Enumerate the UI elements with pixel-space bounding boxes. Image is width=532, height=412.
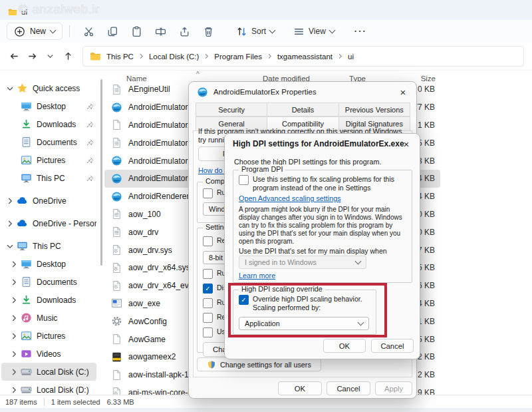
textdoc-icon [111, 84, 122, 95]
high-dpi-override-group-label: High DPI scaling override [239, 285, 325, 293]
sidebar-item-this-pc[interactable]: This PC [1, 169, 96, 187]
delete-button[interactable] [196, 23, 220, 40]
override-checkbox-row[interactable]: ✓ Override high DPI scaling behavior. Sc… [239, 295, 373, 312]
chevron-down-icon[interactable] [5, 84, 15, 93]
sidebar-item-documents[interactable]: Documents [1, 273, 96, 291]
sidebar-item-onedrive[interactable]: OneDrive [1, 192, 96, 210]
app-icon [111, 102, 122, 113]
sidebar-item-downloads[interactable]: Downloads [1, 291, 96, 309]
cloud-icon [17, 218, 28, 229]
apply-button[interactable]: Apply [375, 381, 412, 395]
sidebar-item-pictures[interactable]: Pictures [1, 151, 96, 169]
tab-security[interactable]: Security [196, 103, 267, 116]
sidebar-item-label: OneDrive [33, 196, 96, 206]
sidebar-item-music[interactable]: Music [1, 309, 96, 327]
chevron-down-icon[interactable] [5, 242, 15, 251]
chevron-right-icon[interactable] [9, 367, 19, 377]
back-button[interactable] [5, 48, 23, 65]
chevron-right-icon[interactable] [5, 196, 15, 206]
chevron-right-icon[interactable] [9, 278, 19, 287]
sidebar-item-label: Pictures [37, 331, 96, 341]
checkbox[interactable] [203, 236, 213, 246]
breadcrumb-item-ui[interactable]: ui [345, 51, 356, 62]
up-icon [63, 51, 73, 61]
dpi-when-dropdown[interactable]: I signed in to Windows [239, 256, 366, 269]
ok-button[interactable]: OK [278, 381, 322, 395]
view-button-label: View [309, 27, 326, 36]
sort-button[interactable]: Sort [229, 23, 281, 40]
checkbox[interactable] [203, 313, 213, 323]
sidebar-item-label: Desktop [37, 260, 96, 269]
scaling-performed-by-dropdown[interactable]: Application [239, 317, 369, 330]
up-button[interactable] [59, 48, 77, 65]
disk-icon [21, 366, 32, 377]
monitor-icon [17, 240, 28, 252]
desktop-icon [21, 258, 32, 270]
program-dpi-checkbox-row[interactable]: Use this setting to fix scaling problems… [239, 175, 408, 192]
checkbox[interactable] [203, 269, 213, 279]
close-icon[interactable]: × [395, 85, 411, 99]
copy-button[interactable] [100, 23, 124, 40]
sidebar-item-desktop[interactable]: Desktop [1, 97, 96, 115]
sidebar-item-onedrive-personal[interactable]: OneDrive - Personal [1, 214, 96, 232]
forward-button[interactable] [23, 48, 41, 65]
cancel-button[interactable]: Cancel [327, 381, 370, 395]
share-icon [179, 26, 190, 37]
breadcrumb-item-local-disk-c[interactable]: Local Disk (C:) [146, 51, 201, 62]
compat-mode-checkbox[interactable] [203, 188, 213, 198]
download-icon [21, 118, 32, 130]
sidebar-item-label: Documents [37, 138, 84, 147]
chevron-right-icon[interactable] [9, 260, 19, 269]
sidebar-item-videos[interactable]: Videos [1, 345, 96, 363]
change-settings-all-users-button[interactable]: Change settings for all users [197, 357, 321, 371]
breadcrumb-item-this-pc[interactable]: This PC [104, 51, 136, 62]
history-button[interactable] [41, 48, 59, 65]
cancel-button[interactable]: Cancel [371, 339, 414, 353]
sidebar-item-local-disk-c[interactable]: Local Disk (C:) [1, 363, 96, 381]
chevron-right-icon[interactable] [9, 313, 19, 323]
breadcrumb-item-program-files[interactable]: Program Files [211, 51, 265, 62]
override-dpi-checkbox[interactable]: ✓ [239, 295, 249, 305]
tab-previous-versions[interactable]: Previous Versions [338, 103, 410, 116]
sidebar-item-desktop[interactable]: Desktop [1, 255, 96, 273]
sidebar-item-documents[interactable]: Documents [1, 133, 96, 151]
learn-more-link[interactable]: Learn more [239, 272, 275, 280]
address-bar[interactable]: This PCLocal Disk (C:)Program Filestxgam… [82, 46, 524, 67]
ok-button[interactable]: OK [323, 339, 366, 353]
open-advanced-scaling-link[interactable]: Open Advanced scaling settings [239, 194, 341, 202]
view-button[interactable]: View [287, 23, 341, 40]
tab-details[interactable]: Details [267, 103, 338, 116]
explorer-tab[interactable]: ui [0, 4, 35, 20]
checkbox[interactable] [203, 327, 213, 337]
chevron-right-icon[interactable] [5, 219, 15, 228]
window-bottom-edge [0, 408, 532, 412]
chevron-down-icon [358, 319, 364, 326]
cut-button[interactable] [76, 23, 100, 40]
folder-icon [8, 7, 17, 17]
share-button[interactable] [172, 23, 196, 40]
breadcrumb-item-txgameassistant[interactable]: txgameassistant [275, 51, 335, 62]
more-button[interactable]: ··· [348, 23, 374, 40]
sidebar-item-this-pc[interactable]: This PC [1, 237, 96, 255]
checkbox[interactable] [203, 298, 213, 308]
rename-button[interactable] [148, 23, 172, 40]
plus-icon [14, 26, 25, 37]
chevron-right-icon[interactable] [9, 349, 19, 359]
checkbox[interactable]: ✓ [203, 284, 213, 294]
chevron-right-icon[interactable] [9, 331, 19, 341]
new-button[interactable]: New [7, 23, 63, 40]
program-dpi-checkbox[interactable] [239, 175, 249, 185]
sidebar-item-quick-access[interactable]: Quick access [1, 79, 96, 97]
chevron-right-icon[interactable] [9, 296, 19, 305]
chevron-right-icon[interactable] [9, 385, 19, 395]
download-icon [21, 294, 32, 306]
sidebar-item-downloads[interactable]: Downloads [1, 115, 96, 133]
tab-bar: ui © anzalweb.ir [0, 0, 532, 20]
sidebar-item-local-disk-d[interactable]: Local Disk (D:) [1, 381, 96, 395]
toolbar-actions [76, 23, 220, 40]
close-icon[interactable]: × [398, 136, 414, 151]
sidebar-item-pictures[interactable]: Pictures [1, 327, 96, 345]
sidebar-scrollbar[interactable] [100, 79, 102, 266]
paste-button[interactable] [124, 23, 148, 40]
app-icon [197, 87, 208, 98]
